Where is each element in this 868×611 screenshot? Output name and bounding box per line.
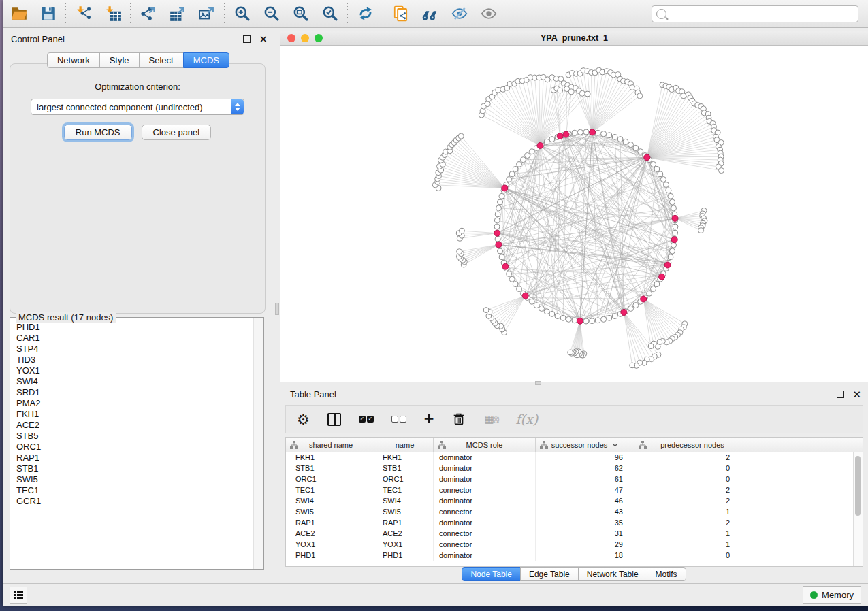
table-row[interactable]: SWI5SWI5connector431: [286, 506, 854, 517]
cell: PHD1: [286, 550, 376, 561]
zoom-out-icon[interactable]: [262, 5, 280, 23]
export-image-icon[interactable]: [197, 5, 216, 23]
refresh-view-icon[interactable]: [356, 5, 374, 23]
mcds-result-item[interactable]: ORC1: [16, 442, 254, 452]
table-row[interactable]: STB1STB1dominator620: [286, 463, 854, 474]
table-scrollbar[interactable]: [853, 452, 863, 566]
cell: dominator: [434, 452, 536, 463]
mcds-result-item[interactable]: STP4: [16, 344, 254, 354]
export-table-icon[interactable]: [168, 5, 187, 23]
run-mcds-button[interactable]: Run MCDS: [64, 125, 132, 140]
minimize-window-icon[interactable]: [301, 34, 309, 42]
tab-select[interactable]: Select: [139, 52, 184, 68]
show-graphics-details-icon[interactable]: [479, 5, 498, 23]
tab-node-table[interactable]: Node Table: [462, 567, 521, 581]
cell-filler: [741, 539, 854, 550]
mcds-result-group: MCDS result (17 nodes) PHD1CAR1STP4TID3Y…: [10, 317, 264, 570]
tab-mcds[interactable]: MCDS: [183, 52, 229, 68]
mcds-result-item[interactable]: GCR1: [16, 496, 254, 507]
cell: 0: [634, 550, 741, 561]
criterion-select[interactable]: largest connected component (undirected): [31, 99, 244, 115]
mcds-result-item[interactable]: ACE2: [16, 420, 254, 431]
table-settings-icon[interactable]: ⚙: [297, 412, 310, 427]
cell: ORC1: [376, 474, 434, 484]
search-input[interactable]: [671, 8, 854, 19]
hide-graphics-details-icon[interactable]: [450, 5, 468, 23]
tab-network[interactable]: Network: [47, 52, 100, 68]
export-network-icon[interactable]: [139, 5, 157, 23]
mcds-result-item[interactable]: PMA2: [16, 398, 254, 409]
close-window-icon[interactable]: [287, 34, 295, 42]
cell: 0: [634, 474, 741, 484]
mcds-result-list[interactable]: PHD1CAR1STP4TID3YOX1SWI4SRD1PMA2FKH1ACE2…: [11, 318, 254, 569]
select-all-columns-icon[interactable]: ✓✓: [359, 416, 374, 423]
mcds-result-item[interactable]: STB1: [16, 463, 254, 474]
tab-motifs[interactable]: Motifs: [647, 567, 686, 581]
table-row[interactable]: FKH1FKH1dominator962: [286, 452, 854, 463]
tab-edge-table[interactable]: Edge Table: [520, 567, 579, 581]
column-header-shared-name[interactable]: shared name: [286, 438, 376, 452]
table-row[interactable]: SWI4SWI4dominator462: [286, 495, 854, 506]
table-scrollbar-thumb[interactable]: [855, 456, 861, 516]
unselect-all-columns-icon[interactable]: [391, 416, 406, 423]
table-row[interactable]: TEC1TEC1connector472: [286, 484, 854, 495]
table-row[interactable]: YOX1YOX1connector291: [286, 539, 854, 550]
maximize-window-icon[interactable]: [315, 34, 323, 42]
save-icon[interactable]: [39, 5, 57, 23]
search-box[interactable]: [652, 5, 858, 22]
import-network-icon[interactable]: [74, 5, 93, 23]
mcds-result-item[interactable]: TEC1: [16, 485, 254, 496]
open-folder-icon[interactable]: [10, 5, 28, 23]
mcds-list-scrollbar[interactable]: [253, 318, 263, 569]
cell: 35: [536, 517, 634, 528]
mcds-result-item[interactable]: RAP1: [16, 452, 254, 463]
memory-button[interactable]: Memory: [803, 586, 861, 604]
column-header-predecessor-nodes[interactable]: predecessor nodes: [634, 438, 750, 452]
task-history-button[interactable]: [10, 587, 27, 604]
column-header-MCDS-role[interactable]: MCDS role: [434, 438, 536, 452]
tab-style[interactable]: Style: [99, 52, 140, 68]
mcds-result-item[interactable]: FKH1: [16, 409, 254, 420]
cell: connector: [434, 539, 536, 550]
cell: dominator: [434, 517, 536, 528]
clone-network-icon[interactable]: [391, 5, 410, 23]
delete-columns-icon[interactable]: [451, 412, 466, 427]
close-table-panel-icon[interactable]: ✕: [852, 389, 861, 399]
close-panel-button[interactable]: Close panel: [142, 125, 212, 140]
float-panel-icon[interactable]: [243, 35, 251, 43]
network-graph[interactable]: [280, 46, 867, 382]
zoom-in-icon[interactable]: [233, 5, 251, 23]
table-row[interactable]: PHD1PHD1dominator180: [286, 550, 854, 561]
zoom-fit-icon[interactable]: [291, 5, 310, 23]
cell: STB1: [286, 463, 376, 474]
close-panel-icon[interactable]: ✕: [259, 34, 268, 44]
cell-filler: [741, 452, 854, 463]
column-header-name[interactable]: name: [376, 438, 434, 452]
mcds-result-item[interactable]: SRD1: [16, 387, 254, 398]
network-canvas[interactable]: [280, 46, 868, 382]
mcds-result-item[interactable]: STB5: [16, 431, 254, 442]
search-network-icon[interactable]: [421, 5, 439, 23]
mcds-result-item[interactable]: SWI4: [16, 376, 254, 387]
table-panel-header: Table Panel ✕: [280, 383, 868, 403]
mcds-tab-content: Optimization criterion: largest connecte…: [10, 63, 266, 314]
mcds-result-item[interactable]: PHD1: [16, 322, 254, 333]
control-panel: Control Panel ✕ NetworkStyleSelectMCDS O…: [3, 28, 274, 583]
tab-network-table[interactable]: Network Table: [578, 567, 647, 581]
table-panel-title: Table Panel: [290, 389, 837, 399]
table-row[interactable]: ORC1ORC1dominator610: [286, 474, 854, 484]
mcds-result-item[interactable]: SWI5: [16, 474, 254, 485]
horizontal-splitter-handle[interactable]: [535, 381, 541, 385]
zoom-selected-icon[interactable]: [321, 5, 339, 23]
vertical-splitter[interactable]: [274, 28, 280, 583]
mcds-result-item[interactable]: YOX1: [16, 365, 254, 376]
import-table-icon[interactable]: [103, 5, 122, 23]
show-columns-icon[interactable]: [327, 413, 341, 426]
table-row[interactable]: ACE2ACE2connector311: [286, 528, 854, 539]
float-table-panel-icon[interactable]: [837, 391, 844, 398]
column-header-successor-nodes[interactable]: successor nodes: [536, 438, 634, 452]
table-row[interactable]: RAP1RAP1dominator352: [286, 517, 854, 528]
mcds-result-item[interactable]: CAR1: [16, 333, 254, 344]
create-column-icon[interactable]: +: [424, 410, 434, 427]
mcds-result-item[interactable]: TID3: [16, 354, 254, 365]
